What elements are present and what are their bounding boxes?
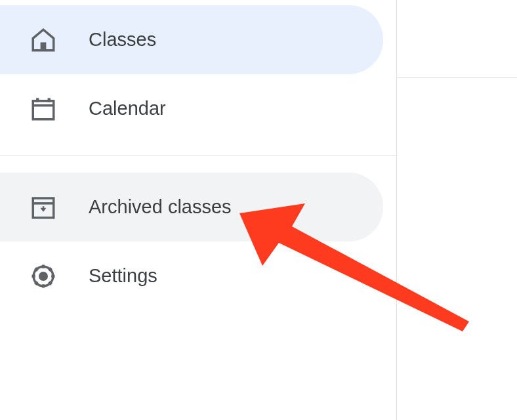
sidebar-divider	[0, 155, 396, 156]
home-icon	[30, 26, 57, 54]
nav-section-main: Classes Calendar	[0, 0, 396, 143]
archive-icon	[30, 194, 57, 221]
nav-section-secondary: Archived classes Settings	[0, 167, 396, 310]
sidebar-item-label: Archived classes	[89, 196, 232, 218]
sidebar-item-classes[interactable]: Classes	[0, 5, 383, 74]
settings-icon	[30, 262, 57, 290]
svg-rect-1	[33, 100, 54, 119]
sidebar-item-label: Settings	[89, 265, 157, 287]
sidebar-item-label: Classes	[89, 29, 156, 51]
sidebar-item-archived-classes[interactable]: Archived classes	[0, 173, 383, 242]
content-area	[397, 0, 517, 420]
content-divider	[397, 77, 517, 78]
sidebar-item-calendar[interactable]: Calendar	[0, 74, 383, 143]
sidebar: Classes Calendar	[0, 0, 397, 420]
svg-rect-0	[41, 42, 47, 50]
calendar-icon	[30, 95, 57, 123]
sidebar-item-label: Calendar	[89, 98, 166, 119]
svg-point-8	[40, 272, 47, 280]
sidebar-item-settings[interactable]: Settings	[0, 242, 383, 310]
